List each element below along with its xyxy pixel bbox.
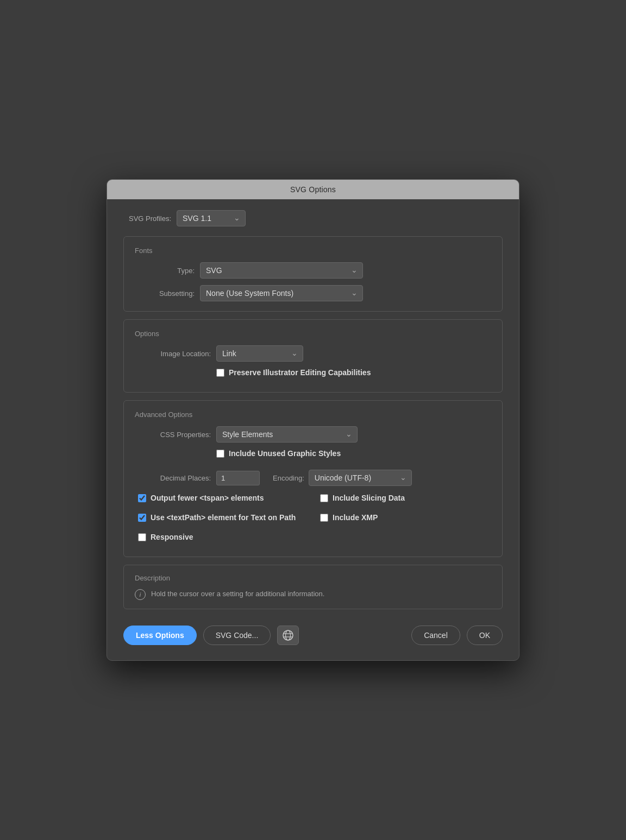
type-select[interactable]: SVG Convert to outline None [200, 262, 363, 279]
output-fewer-checkbox[interactable] [138, 494, 146, 502]
svg-code-button[interactable]: SVG Code... [203, 626, 271, 645]
type-row: Type: SVG Convert to outline None [135, 262, 491, 279]
advanced-title: Advanced Options [135, 410, 491, 419]
responsive-row: Responsive [138, 533, 309, 541]
preserve-checkbox[interactable] [216, 369, 224, 377]
include-unused-label[interactable]: Include Unused Graphic Styles [229, 449, 341, 458]
encoding-label: Encoding: [273, 474, 304, 482]
dialog-title: SVG Options [290, 185, 336, 194]
svg-profiles-select[interactable]: SVG 1.1 SVG 1.0 SVG Tiny 1.1 [177, 210, 246, 226]
use-textpath-label[interactable]: Use <textPath> element for Text on Path [151, 513, 296, 522]
include-unused-checkbox[interactable] [216, 450, 224, 458]
image-location-select-wrapper: Link Embed [216, 345, 303, 362]
css-properties-row: CSS Properties: Style Elements Presentat… [135, 426, 491, 443]
svg-profiles-row: SVG Profiles: SVG 1.1 SVG 1.0 SVG Tiny 1… [123, 210, 503, 226]
include-slicing-label[interactable]: Include Slicing Data [333, 494, 405, 502]
subsetting-select[interactable]: None (Use System Fonts) Only Glyphs Used… [200, 285, 363, 301]
image-location-label: Image Location: [135, 350, 211, 358]
options-section: Options Image Location: Link Embed Prese… [123, 319, 503, 393]
subsetting-label: Subsetting: [135, 289, 195, 298]
preserve-label[interactable]: Preserve Illustrator Editing Capabilitie… [229, 368, 371, 377]
checkboxes-area: Output fewer <tspan> elements Include Sl… [135, 494, 491, 547]
image-location-row: Image Location: Link Embed [135, 345, 491, 362]
options-title: Options [135, 330, 491, 338]
output-fewer-row: Output fewer <tspan> elements [138, 494, 309, 502]
dialog-body: SVG Profiles: SVG 1.1 SVG 1.0 SVG Tiny 1… [107, 199, 519, 660]
decimal-places-label: Decimal Places: [135, 474, 211, 482]
svg-profiles-label: SVG Profiles: [129, 214, 171, 223]
include-slicing-row: Include Slicing Data [320, 494, 491, 502]
globe-button[interactable] [277, 626, 299, 645]
preserve-row: Preserve Illustrator Editing Capabilitie… [135, 368, 491, 382]
svg-point-1 [286, 630, 291, 640]
globe-icon [282, 629, 294, 641]
description-section: Description i Hold the cursor over a set… [123, 565, 503, 609]
description-title: Description [135, 574, 491, 582]
responsive-label[interactable]: Responsive [151, 533, 193, 541]
css-properties-select[interactable]: Style Elements Presentation Attributes S… [216, 426, 358, 443]
include-xmp-checkbox[interactable] [320, 514, 328, 522]
description-text: Hold the cursor over a setting for addit… [151, 589, 324, 599]
encoding-select-wrapper: Unicode (UTF-8) ISO-8859-1 UTF-16 [309, 470, 412, 486]
cancel-button[interactable]: Cancel [411, 626, 460, 645]
css-properties-select-wrapper: Style Elements Presentation Attributes S… [216, 426, 358, 443]
include-slicing-checkbox[interactable] [320, 494, 328, 502]
info-icon: i [135, 589, 146, 600]
image-location-select[interactable]: Link Embed [216, 345, 303, 362]
type-label: Type: [135, 267, 195, 275]
decimal-encoding-row: Decimal Places: Encoding: Unicode (UTF-8… [135, 470, 491, 486]
css-properties-label: CSS Properties: [135, 431, 211, 439]
include-xmp-row: Include XMP [320, 513, 491, 522]
subsetting-row: Subsetting: None (Use System Fonts) Only… [135, 285, 491, 301]
include-xmp-label[interactable]: Include XMP [333, 513, 378, 522]
less-options-button[interactable]: Less Options [123, 626, 197, 645]
output-fewer-label[interactable]: Output fewer <tspan> elements [151, 494, 264, 502]
type-select-wrapper: SVG Convert to outline None [200, 262, 363, 279]
use-textpath-checkbox[interactable] [138, 514, 146, 522]
svg-options-dialog: SVG Options SVG Profiles: SVG 1.1 SVG 1.… [107, 179, 519, 661]
preserve-checkbox-row: Preserve Illustrator Editing Capabilitie… [216, 368, 371, 377]
button-row: Less Options SVG Code... Cancel OK [123, 619, 503, 649]
subsetting-select-wrapper: None (Use System Fonts) Only Glyphs Used… [200, 285, 363, 301]
description-content: i Hold the cursor over a setting for add… [135, 589, 491, 600]
encoding-select[interactable]: Unicode (UTF-8) ISO-8859-1 UTF-16 [309, 470, 412, 486]
decimal-places-input[interactable] [216, 471, 260, 485]
checkboxes-grid: Output fewer <tspan> elements Include Sl… [138, 494, 491, 547]
svg-profiles-select-wrapper: SVG 1.1 SVG 1.0 SVG Tiny 1.1 [177, 210, 246, 226]
title-bar: SVG Options [107, 180, 519, 199]
include-unused-row: Include Unused Graphic Styles [135, 449, 491, 463]
fonts-section: Fonts Type: SVG Convert to outline None … [123, 236, 503, 312]
ok-button[interactable]: OK [467, 626, 503, 645]
svg-point-0 [283, 630, 293, 640]
use-textpath-row: Use <textPath> element for Text on Path [138, 513, 309, 522]
fonts-title: Fonts [135, 247, 491, 255]
include-unused-checkbox-row: Include Unused Graphic Styles [216, 449, 341, 458]
advanced-section: Advanced Options CSS Properties: Style E… [123, 400, 503, 557]
responsive-checkbox[interactable] [138, 533, 146, 541]
